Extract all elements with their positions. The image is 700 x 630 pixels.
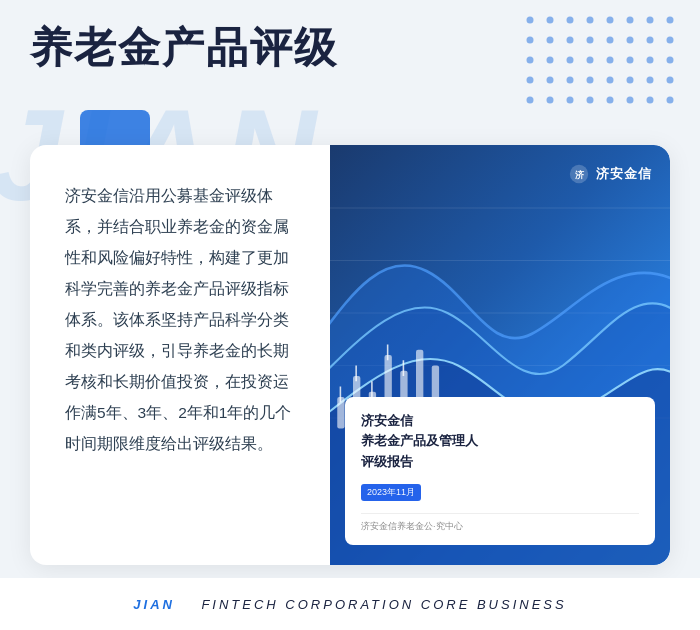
svg-point-20 <box>607 57 614 64</box>
report-title: 济安金信养老金产品及管理人评级报告 <box>361 411 639 473</box>
svg-point-22 <box>647 57 654 64</box>
svg-point-35 <box>587 97 594 104</box>
chart-area: 济 济安金信 济安金信养老金产品及管理人评级报告 2023年11月 济安金信养老… <box>330 145 670 565</box>
left-content: 济安金信沿用公募基金评级体系，并结合职业养老金的资金属性和风险偏好特性，构建了更… <box>30 145 330 565</box>
bottom-rest-text: FINTECH CORPORATION CORE BUSINESS <box>201 597 566 612</box>
report-card: 济安金信养老金产品及管理人评级报告 2023年11月 济安金信养老金公·究中心 <box>345 397 655 545</box>
svg-point-15 <box>667 37 674 44</box>
svg-point-14 <box>647 37 654 44</box>
svg-point-28 <box>607 77 614 84</box>
dots-pattern: // Drawn inline via template below <box>520 10 680 110</box>
svg-point-3 <box>587 17 594 24</box>
svg-point-31 <box>667 77 674 84</box>
bottom-text: JIAN FINTECH CORPORATION CORE BUSINESS <box>133 597 566 612</box>
bottom-bar: JIAN FINTECH CORPORATION CORE BUSINESS <box>0 578 700 630</box>
title-area: 养老金产品评级 <box>30 20 338 76</box>
svg-point-38 <box>647 97 654 104</box>
logo-label: 济安金信 <box>596 165 652 183</box>
svg-point-36 <box>607 97 614 104</box>
svg-point-24 <box>527 77 534 84</box>
svg-point-18 <box>567 57 574 64</box>
svg-point-11 <box>587 37 594 44</box>
svg-point-5 <box>627 17 634 24</box>
svg-point-21 <box>627 57 634 64</box>
svg-point-39 <box>667 97 674 104</box>
report-footer: 济安金信养老金公·究中心 <box>361 513 639 533</box>
page-title: 养老金产品评级 <box>30 20 338 76</box>
svg-point-1 <box>547 17 554 24</box>
svg-point-2 <box>567 17 574 24</box>
svg-point-34 <box>567 97 574 104</box>
svg-point-17 <box>547 57 554 64</box>
svg-point-23 <box>667 57 674 64</box>
svg-point-9 <box>547 37 554 44</box>
svg-point-25 <box>547 77 554 84</box>
bottom-jian-text: JIAN <box>133 597 175 612</box>
svg-point-30 <box>647 77 654 84</box>
svg-point-4 <box>607 17 614 24</box>
svg-point-0 <box>527 17 534 24</box>
svg-point-26 <box>567 77 574 84</box>
svg-point-33 <box>547 97 554 104</box>
svg-point-13 <box>627 37 634 44</box>
svg-point-37 <box>627 97 634 104</box>
chart-logo: 济 济安金信 <box>568 163 652 185</box>
page-wrapper: // Drawn inline via template below <box>0 0 700 630</box>
svg-point-32 <box>527 97 534 104</box>
svg-point-19 <box>587 57 594 64</box>
svg-point-7 <box>667 17 674 24</box>
report-date-badge: 2023年11月 <box>361 484 421 501</box>
svg-point-16 <box>527 57 534 64</box>
svg-point-10 <box>567 37 574 44</box>
svg-point-8 <box>527 37 534 44</box>
main-card: 济安金信沿用公募基金评级体系，并结合职业养老金的资金属性和风险偏好特性，构建了更… <box>30 145 670 565</box>
svg-point-27 <box>587 77 594 84</box>
svg-text:济: 济 <box>575 169 585 180</box>
svg-point-6 <box>647 17 654 24</box>
svg-point-29 <box>627 77 634 84</box>
svg-point-12 <box>607 37 614 44</box>
description-text: 济安金信沿用公募基金评级体系，并结合职业养老金的资金属性和风险偏好特性，构建了更… <box>65 180 300 459</box>
